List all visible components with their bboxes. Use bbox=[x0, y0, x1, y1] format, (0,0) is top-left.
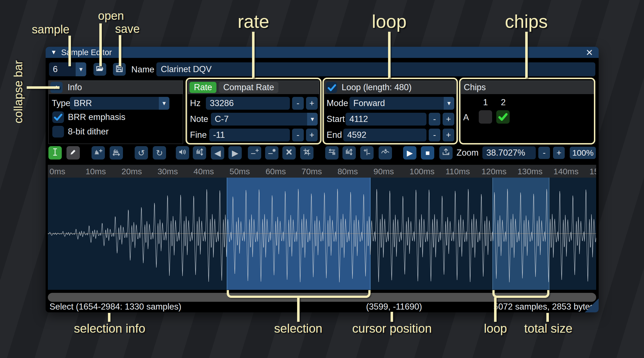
draw-mode-button[interactable] bbox=[66, 146, 80, 160]
timeline-ruler[interactable]: 0ms10ms20ms30ms40ms50ms60ms70ms80ms90ms1… bbox=[48, 165, 596, 178]
ruler-label: 130ms bbox=[517, 167, 542, 176]
annotation-line-open bbox=[99, 23, 102, 66]
fade-out-button[interactable]: ▶ bbox=[228, 146, 242, 160]
zoom-value: 38.7027% bbox=[486, 148, 525, 158]
zoom-label: Zoom bbox=[457, 148, 478, 158]
zoom-in-button[interactable]: + bbox=[553, 147, 565, 159]
crop-icon bbox=[303, 148, 311, 158]
annotation-loop-bottom: loop bbox=[484, 322, 507, 335]
info-title: Info bbox=[68, 82, 82, 92]
chevron-down-icon: ▼ bbox=[76, 62, 86, 76]
filter-button[interactable] bbox=[379, 146, 392, 160]
ruler-label: 70ms bbox=[302, 167, 322, 176]
redo-button[interactable]: ↻ bbox=[153, 146, 166, 160]
status-cursor-position: (3599, -11690) bbox=[366, 302, 422, 312]
close-icon[interactable]: ✕ bbox=[586, 47, 593, 58]
ruler-label: 150ms bbox=[589, 167, 596, 176]
window-collapse-icon[interactable]: ▼ bbox=[51, 49, 57, 55]
sample-selector-value: 6 bbox=[49, 62, 76, 76]
waveform-view[interactable] bbox=[48, 178, 596, 290]
zoom-input[interactable]: 38.7027% bbox=[482, 146, 536, 159]
annotation-box-chips bbox=[459, 78, 595, 144]
window-titlebar[interactable]: ▼ Sample Editor ✕ bbox=[46, 47, 599, 58]
type-value: BRR bbox=[70, 97, 159, 110]
waveform-updown-icon bbox=[195, 148, 204, 158]
stop-button[interactable]: ■ bbox=[421, 146, 434, 160]
undo-button[interactable]: ↺ bbox=[135, 146, 148, 160]
ruler-label: 90ms bbox=[374, 167, 394, 176]
dither-label: 8-bit dither bbox=[68, 127, 108, 137]
reverse-button[interactable] bbox=[325, 146, 339, 160]
ruler-label: 140ms bbox=[554, 167, 579, 176]
fade-in-button[interactable]: ◀ bbox=[211, 146, 224, 160]
ruler-label: 120ms bbox=[482, 167, 507, 176]
annotation-sample: sample bbox=[32, 23, 69, 36]
brr-emphasis-checkbox[interactable] bbox=[52, 111, 64, 123]
annotation-selection-info: selection info bbox=[74, 322, 145, 335]
trim-button[interactable] bbox=[300, 146, 314, 160]
type-dropdown[interactable]: BRR ▼ bbox=[70, 97, 169, 110]
fade-out-icon: ▶ bbox=[232, 148, 238, 158]
reverse-arrows-icon bbox=[328, 148, 336, 158]
waveform-plot bbox=[48, 178, 596, 290]
chevron-down-icon: ▼ bbox=[159, 97, 169, 110]
annotation-line-loop bbox=[388, 32, 391, 78]
sample-toolbar: ↺ ↻ ◀ ▶ ▶ ■ Zoom 38.7027% - + 100% bbox=[48, 146, 597, 160]
upload-tray-icon bbox=[442, 148, 450, 158]
status-selection-info: Select (1654-2984: 1330 samples) bbox=[50, 302, 181, 312]
sample-name-input[interactable]: Clarinet DQV bbox=[156, 62, 595, 76]
pencil-icon bbox=[69, 148, 77, 158]
x-delete-icon bbox=[285, 148, 293, 158]
info-header: Info bbox=[49, 81, 183, 94]
redo-icon: ↻ bbox=[156, 148, 163, 158]
ruler-label: 30ms bbox=[157, 167, 178, 176]
annotation-selection: selection bbox=[274, 322, 322, 335]
play-button[interactable]: ▶ bbox=[403, 146, 416, 160]
preview-device-button[interactable] bbox=[439, 146, 453, 160]
annotation-line-selection-info bbox=[108, 313, 110, 322]
waveform-stretch-icon bbox=[112, 148, 120, 158]
annotation-box-rate bbox=[186, 78, 322, 144]
select-mode-button[interactable] bbox=[48, 146, 62, 160]
annotation-line-rate bbox=[252, 32, 255, 78]
plus-minus-icon bbox=[363, 148, 371, 158]
name-label: Name bbox=[131, 65, 154, 75]
insert-silence-button[interactable] bbox=[248, 146, 261, 160]
annotation-total-size: total size bbox=[524, 322, 573, 335]
dither-checkbox[interactable] bbox=[52, 126, 64, 138]
undo-icon: ↺ bbox=[138, 148, 145, 158]
annotation-line-selection bbox=[297, 297, 300, 322]
annotation-line-collapse-bar bbox=[27, 86, 60, 89]
resample-button[interactable] bbox=[110, 146, 123, 160]
annotation-bracket-loop bbox=[492, 290, 549, 298]
annotation-line-loop-bottom bbox=[494, 297, 497, 322]
annotation-open: open bbox=[98, 9, 124, 23]
ibeam-cursor-icon bbox=[51, 148, 59, 158]
invert-button[interactable] bbox=[342, 146, 356, 160]
zoom-reset-button[interactable]: 100% bbox=[570, 147, 596, 159]
annotation-chips: chips bbox=[505, 11, 548, 32]
sample-selector[interactable]: 6 ▼ bbox=[49, 62, 86, 76]
amplify-button[interactable] bbox=[176, 146, 189, 160]
annotation-box-loop bbox=[322, 78, 458, 144]
normalize-button[interactable] bbox=[193, 146, 206, 160]
annotation-rate: rate bbox=[238, 11, 269, 32]
ruler-label: 0ms bbox=[50, 167, 65, 176]
zoom-out-button[interactable]: - bbox=[538, 147, 550, 159]
delete-button[interactable] bbox=[282, 146, 296, 160]
ruler-label: 20ms bbox=[122, 167, 142, 176]
info-panel: Info Type BRR ▼ BRR emphasis 8-bit dithe… bbox=[48, 80, 183, 144]
stop-icon: ■ bbox=[425, 149, 430, 157]
resize-button[interactable] bbox=[92, 146, 105, 160]
annotation-cursor-position: cursor position bbox=[352, 322, 432, 335]
signed-unsigned-button[interactable] bbox=[360, 146, 374, 160]
sample-name-value: Clarinet DQV bbox=[161, 64, 212, 74]
speaker-icon bbox=[178, 148, 187, 158]
line-star-icon bbox=[268, 148, 276, 158]
apply-silence-button[interactable] bbox=[265, 146, 278, 160]
annotation-line-sample bbox=[68, 36, 71, 66]
annotation-line-chips bbox=[525, 32, 528, 78]
annotation-collapse-bar: collapse bar bbox=[12, 60, 25, 123]
play-icon: ▶ bbox=[407, 148, 413, 158]
fade-in-icon: ◀ bbox=[214, 148, 221, 158]
